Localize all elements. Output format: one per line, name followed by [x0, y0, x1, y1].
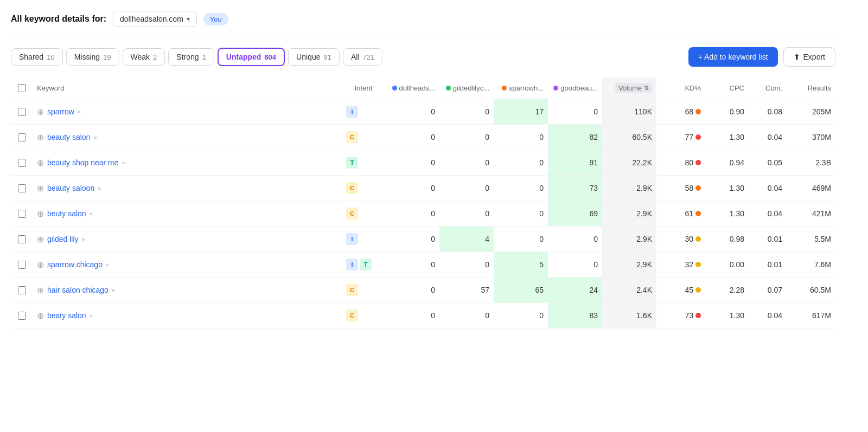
- intent-badge: T: [360, 259, 372, 270]
- add-keyword-icon: ⊕: [37, 209, 44, 219]
- domain3-column-header: sparrowh...: [494, 78, 548, 99]
- add-keyword-icon: ⊕: [37, 158, 44, 168]
- table-row: ⊕ gilded lily » I 0 4 0 0 2.9K 30 0.98 0…: [11, 227, 835, 252]
- keyword-cell: ⊕ beauty salon »: [33, 125, 342, 150]
- tab-all[interactable]: All 721: [343, 48, 382, 66]
- intent-badge: C: [346, 182, 358, 194]
- row-checkbox[interactable]: [18, 210, 26, 218]
- keyword-text: beuty salon: [47, 209, 86, 218]
- row-checkbox[interactable]: [18, 261, 26, 269]
- domain3-dot: [502, 86, 507, 91]
- domain1-cell: 0: [385, 303, 439, 328]
- row-checkbox[interactable]: [18, 133, 26, 141]
- add-keyword-icon: ⊕: [37, 132, 44, 143]
- domain1-column-header: dollheads...: [385, 78, 439, 99]
- domain2-cell: 0: [439, 125, 494, 150]
- domain4-cell: 82: [548, 125, 602, 150]
- com-cell: 0.01: [749, 227, 787, 252]
- domain3-cell: 0: [494, 303, 548, 328]
- keyword-link[interactable]: ⊕ hair salon chicago »: [37, 285, 337, 295]
- chevron-right-icon: »: [78, 108, 81, 115]
- keyword-column-header: Keyword: [33, 78, 342, 99]
- select-all-header: [11, 78, 33, 99]
- keyword-link[interactable]: ⊕ gilded lily »: [37, 234, 337, 244]
- volume-cell: 2.9K: [602, 227, 656, 252]
- keyword-link[interactable]: ⊕ sparrow chicago »: [37, 260, 337, 270]
- domain1-cell: 0: [385, 201, 439, 227]
- volume-cell: 110K: [602, 99, 656, 125]
- keywords-table: Keyword Intent dollheads... gildedlilyc.…: [11, 78, 835, 328]
- row-checkbox-cell: [11, 303, 33, 328]
- row-checkbox-cell: [11, 125, 33, 150]
- tab-untapped[interactable]: Untapped 604: [218, 48, 285, 66]
- kd-cell: 80: [656, 150, 705, 176]
- kd-dot: [695, 313, 701, 318]
- results-cell: 370M: [787, 125, 835, 150]
- com-cell: 0.04: [749, 176, 787, 201]
- volume-cell: 2.9K: [602, 176, 656, 201]
- intent-cell: T: [342, 150, 385, 176]
- volume-column-header[interactable]: Volume ⇅: [602, 78, 656, 99]
- keyword-cell: ⊕ sparrow »: [33, 99, 342, 125]
- intent-cell: IT: [342, 252, 385, 278]
- volume-cell: 2.9K: [602, 201, 656, 227]
- kd-dot: [695, 211, 701, 216]
- tab-strong[interactable]: Strong 1: [168, 48, 214, 66]
- select-all-checkbox[interactable]: [18, 84, 26, 92]
- row-checkbox[interactable]: [18, 159, 26, 167]
- row-checkbox[interactable]: [18, 108, 26, 116]
- domain3-cell: 0: [494, 125, 548, 150]
- row-checkbox-cell: [11, 278, 33, 303]
- domain4-cell: 0: [548, 227, 602, 252]
- add-to-keyword-list-button[interactable]: + Add to keyword list: [688, 47, 778, 67]
- row-checkbox[interactable]: [18, 235, 26, 243]
- row-checkbox[interactable]: [18, 286, 26, 294]
- chevron-down-icon: ▾: [187, 15, 190, 23]
- volume-cell: 60.5K: [602, 125, 656, 150]
- intent-cell: C: [342, 303, 385, 328]
- export-button[interactable]: ⬆ Export: [783, 47, 835, 67]
- row-checkbox-cell: [11, 201, 33, 227]
- table-row: ⊕ beaty salon » C 0 0 0 83 1.6K 73 1.30 …: [11, 303, 835, 328]
- kd-column-header: KD%: [656, 78, 705, 99]
- domain2-cell: 0: [439, 201, 494, 227]
- domain1-cell: 0: [385, 125, 439, 150]
- cpc-cell: 0.94: [705, 150, 749, 176]
- kd-dot: [695, 134, 701, 140]
- keyword-link[interactable]: ⊕ sparrow »: [37, 107, 337, 117]
- kd-cell: 30: [656, 227, 705, 252]
- intent-column-header: Intent: [342, 78, 385, 99]
- domain-selector[interactable]: dollheadsalon.com ▾: [113, 11, 197, 27]
- row-checkbox[interactable]: [18, 312, 26, 320]
- tab-missing[interactable]: Missing 19: [66, 48, 119, 66]
- kd-cell: 45: [656, 278, 705, 303]
- tab-shared[interactable]: Shared 10: [11, 48, 63, 66]
- table-row: ⊕ beauty saloon » C 0 0 0 73 2.9K 58 1.3…: [11, 176, 835, 201]
- keyword-link[interactable]: ⊕ beauty saloon »: [37, 183, 337, 194]
- row-checkbox[interactable]: [18, 184, 26, 192]
- cpc-cell: 0.98: [705, 227, 749, 252]
- domain1-cell: 0: [385, 176, 439, 201]
- table-row: ⊕ beauty shop near me » T 0 0 0 91 22.2K…: [11, 150, 835, 176]
- kd-cell: 68: [656, 99, 705, 125]
- tab-unique[interactable]: Unique 91: [288, 48, 340, 66]
- domain3-cell: 5: [494, 252, 548, 278]
- keyword-link[interactable]: ⊕ beaty salon »: [37, 311, 337, 321]
- com-cell: 0.01: [749, 252, 787, 278]
- keyword-link[interactable]: ⊕ beauty salon »: [37, 132, 337, 143]
- cpc-cell: 0.90: [705, 99, 749, 125]
- domain-value: dollheadsalon.com: [120, 15, 183, 23]
- domain2-dot: [446, 86, 451, 91]
- volume-cell: 2.4K: [602, 278, 656, 303]
- results-cell: 205M: [787, 99, 835, 125]
- keyword-link[interactable]: ⊕ beuty salon »: [37, 209, 337, 219]
- results-cell: 617M: [787, 303, 835, 328]
- keyword-cell: ⊕ sparrow chicago »: [33, 252, 342, 278]
- keyword-link[interactable]: ⊕ beauty shop near me »: [37, 158, 337, 168]
- row-checkbox-cell: [11, 176, 33, 201]
- domain3-cell: 17: [494, 99, 548, 125]
- kd-cell: 32: [656, 252, 705, 278]
- chevron-right-icon: »: [90, 210, 93, 217]
- domain2-cell: 0: [439, 99, 494, 125]
- tab-weak[interactable]: Weak 2: [123, 48, 165, 66]
